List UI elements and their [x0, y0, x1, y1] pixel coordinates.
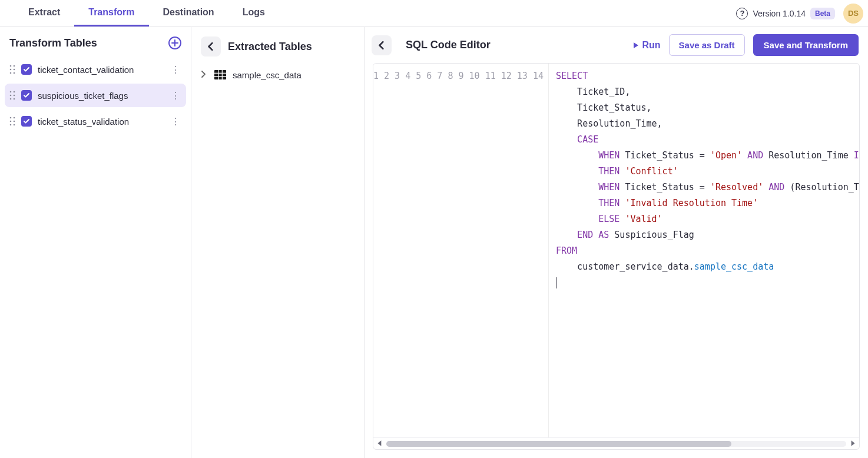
code-content[interactable]: SELECT Ticket_ID, Ticket_Status, Resolut…: [549, 64, 859, 437]
horizontal-scrollbar[interactable]: [373, 437, 859, 449]
extracted-item[interactable]: sample_csc_data: [196, 65, 359, 85]
extracted-panel-header: Extracted Tables: [196, 34, 359, 65]
transform-item[interactable]: suspicious_ticket_flags ⋮: [5, 84, 186, 107]
transform-item-label: ticket_contact_validation: [38, 65, 134, 75]
svg-point-8: [10, 95, 12, 97]
scrollbar-track[interactable]: [386, 441, 846, 447]
svg-point-0: [10, 65, 12, 67]
editor-title: SQL Code Editor: [406, 39, 491, 51]
tab-extract[interactable]: Extract: [14, 0, 74, 26]
svg-point-16: [10, 124, 12, 126]
plus-icon: [171, 39, 178, 47]
checkbox-checked-icon[interactable]: [21, 64, 32, 75]
extracted-item-label: sample_csc_data: [233, 70, 302, 80]
kebab-menu-icon[interactable]: ⋮: [168, 116, 183, 127]
collapse-editor-button[interactable]: [372, 35, 392, 55]
kebab-menu-icon[interactable]: ⋮: [168, 64, 183, 75]
editor-panel: SQL Code Editor Run Save as Draft Save a…: [365, 27, 868, 458]
main-tabs: Extract Transform Destination Logs: [14, 0, 279, 26]
run-label: Run: [642, 40, 660, 51]
save-draft-button[interactable]: Save as Draft: [669, 34, 745, 56]
add-transform-button[interactable]: [168, 36, 181, 49]
svg-point-14: [10, 121, 12, 122]
extracted-panel: Extracted Tables sample_csc_data: [191, 27, 365, 458]
drag-handle-icon[interactable]: [9, 91, 18, 100]
svg-point-17: [14, 124, 15, 126]
version-label: Version 1.0.14: [753, 9, 806, 18]
help-icon[interactable]: ?: [736, 8, 748, 19]
transform-panel-header: Transform Tables: [5, 34, 186, 58]
transform-panel-title: Transform Tables: [9, 37, 97, 49]
tab-logs[interactable]: Logs: [228, 0, 279, 26]
svg-point-1: [14, 65, 15, 67]
transform-item-label: suspicious_ticket_flags: [38, 91, 128, 101]
checkbox-checked-icon[interactable]: [21, 90, 32, 101]
drag-handle-icon[interactable]: [9, 65, 18, 74]
tab-destination[interactable]: Destination: [149, 0, 228, 26]
svg-point-9: [14, 95, 15, 97]
run-button[interactable]: Run: [632, 40, 660, 51]
svg-point-13: [14, 117, 15, 119]
svg-point-6: [10, 91, 12, 93]
code-editor[interactable]: 1 2 3 4 5 6 7 8 9 10 11 12 13 14 SELECT …: [373, 63, 860, 450]
top-bar: Extract Transform Destination Logs ? Ver…: [0, 0, 868, 27]
top-bar-right: ? Version 1.0.14 Beta DS: [736, 4, 863, 24]
main-layout: Transform Tables ticket_contact_validati…: [0, 27, 868, 458]
collapse-extracted-button[interactable]: [201, 36, 221, 57]
transform-panel: Transform Tables ticket_contact_validati…: [0, 27, 191, 458]
svg-point-15: [14, 121, 15, 122]
table-icon: [214, 68, 227, 81]
tab-transform[interactable]: Transform: [74, 0, 148, 26]
chevron-left-icon: [208, 42, 214, 51]
chevron-left-icon: [379, 41, 385, 49]
svg-point-4: [10, 72, 12, 74]
editor-actions: Run Save as Draft Save and Transform: [632, 34, 859, 56]
kebab-menu-icon[interactable]: ⋮: [168, 90, 183, 101]
play-icon: [632, 42, 640, 49]
avatar[interactable]: DS: [843, 4, 863, 24]
svg-point-12: [10, 117, 12, 119]
code-scroll[interactable]: 1 2 3 4 5 6 7 8 9 10 11 12 13 14 SELECT …: [373, 64, 859, 437]
save-transform-button[interactable]: Save and Transform: [753, 34, 859, 56]
extracted-panel-title: Extracted Tables: [228, 41, 312, 53]
line-gutter: 1 2 3 4 5 6 7 8 9 10 11 12 13 14: [373, 64, 549, 437]
svg-rect-18: [214, 70, 226, 79]
editor-header: SQL Code Editor Run Save as Draft Save a…: [365, 27, 868, 63]
scrollbar-thumb[interactable]: [386, 441, 731, 447]
checkbox-checked-icon[interactable]: [21, 116, 32, 127]
svg-point-2: [10, 69, 12, 71]
transform-item-label: ticket_status_validation: [38, 117, 129, 127]
scroll-left-icon[interactable]: [377, 439, 383, 449]
transform-item[interactable]: ticket_status_validation ⋮: [5, 109, 186, 133]
svg-point-3: [14, 69, 15, 71]
beta-badge: Beta: [810, 8, 835, 19]
text-cursor: [556, 277, 556, 288]
svg-point-11: [14, 98, 15, 100]
transform-item[interactable]: ticket_contact_validation ⋮: [5, 58, 186, 81]
svg-point-5: [14, 72, 15, 74]
chevron-right-icon[interactable]: [201, 70, 208, 79]
drag-handle-icon[interactable]: [9, 117, 18, 126]
svg-point-7: [14, 91, 15, 93]
transform-list: ticket_contact_validation ⋮ suspicious_t…: [5, 58, 186, 133]
scroll-right-icon[interactable]: [850, 439, 856, 449]
svg-point-10: [10, 98, 12, 100]
